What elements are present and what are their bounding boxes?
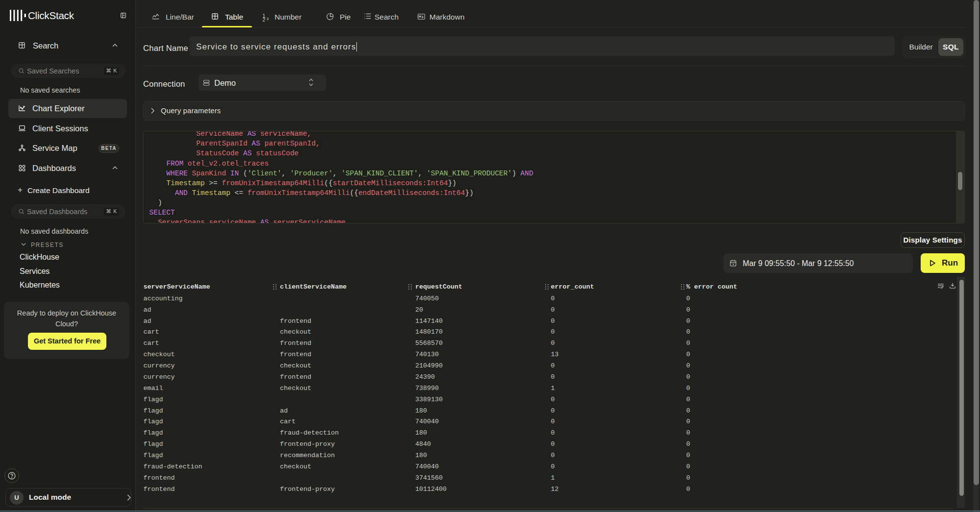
svg-text:2: 2: [263, 17, 266, 22]
svg-text:3: 3: [267, 17, 269, 21]
